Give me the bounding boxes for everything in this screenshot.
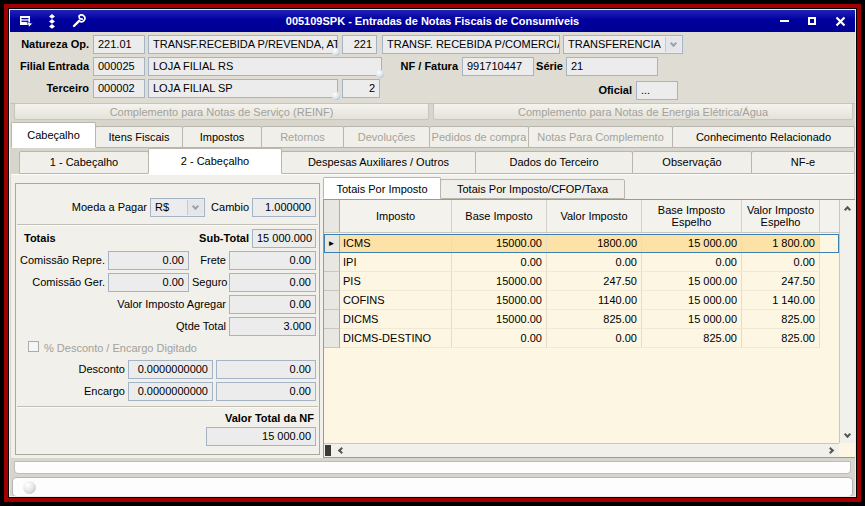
grid-cell[interactable]: 0.00	[547, 253, 642, 272]
grid-cell[interactable]: IPI	[340, 253, 452, 272]
natureza-group-code-field[interactable]: 221	[342, 35, 377, 54]
minimize-button[interactable]	[777, 14, 791, 28]
scroll-right-button[interactable]	[825, 444, 839, 457]
grid-cell[interactable]: ICMS	[340, 234, 452, 253]
grid-cell[interactable]: 825.00	[742, 310, 820, 329]
subtab-1-cabecalho[interactable]: 1 - Cabeçalho	[19, 151, 149, 174]
tipo-select[interactable]: TRANSFERENCIA	[563, 35, 683, 54]
tab-cabecalho[interactable]: Cabeçalho	[11, 122, 96, 148]
tab-conhecimento-relacionado[interactable]: Conhecimento Relacionado	[672, 126, 855, 148]
table-row[interactable]: DICMS-DESTINO 0.00 0.00 825.00 825.00	[324, 329, 839, 348]
table-row[interactable]: PIS 15000.00 247.50 15 000.00 247.50	[324, 272, 839, 291]
grid-cell[interactable]: 1800.00	[547, 234, 642, 253]
table-row[interactable]: COFINS 15000.00 1140.00 15 000.00 1 140.…	[324, 291, 839, 310]
grid-cell[interactable]: 0.00	[452, 253, 547, 272]
natureza-op-code-field[interactable]: 221.01	[93, 35, 145, 54]
column-header[interactable]: Base Imposto	[452, 200, 547, 232]
grid-cell[interactable]: 247.50	[742, 272, 820, 291]
encargo-pct-field[interactable]: 0.0000000000	[128, 382, 213, 401]
tab-totais-por-imposto[interactable]: Totais Por Imposto	[323, 177, 441, 199]
grid-cell[interactable]: 1140.00	[547, 291, 642, 310]
subtab-nfe[interactable]: NF-e	[751, 151, 855, 174]
tab-impostos[interactable]: Impostos	[182, 126, 262, 148]
tab-itens-fiscais[interactable]: Itens Fiscais	[95, 126, 183, 148]
column-header[interactable]: Valor Imposto Espelho	[742, 200, 820, 232]
lookup-bubble-icon	[376, 70, 384, 78]
close-button[interactable]	[833, 14, 847, 28]
nf-fatura-field[interactable]: 991710447	[462, 57, 534, 76]
grid-cell[interactable]: 825.00	[547, 310, 642, 329]
encargo-valor-field[interactable]: 0.00	[216, 382, 316, 401]
scroll-down-button[interactable]	[840, 428, 855, 443]
form-icon[interactable]	[16, 12, 36, 30]
grid-cell[interactable]: 15 000.00	[642, 291, 742, 310]
comissao-ger-field[interactable]: 0.00	[108, 273, 189, 292]
subtab-despesas-auxiliares[interactable]: Despesas Auxiliares / Outros	[281, 151, 476, 174]
terceiro-loja-field[interactable]: 2	[342, 79, 380, 98]
table-row[interactable]: ► ICMS 15000.00 1800.00 15 000.00 1 800.…	[324, 234, 839, 253]
grid-cell[interactable]: 15 000.00	[642, 234, 742, 253]
desconto-encargo-checkbox[interactable]	[28, 341, 39, 352]
totem-icon[interactable]	[42, 12, 62, 30]
frete-field[interactable]: 0.00	[229, 251, 316, 270]
filial-desc-field[interactable]: LOJA FILIAL RS	[148, 57, 382, 76]
subtotal-field[interactable]: 15 000.000	[252, 229, 316, 248]
column-header[interactable]: Valor Imposto	[547, 200, 642, 232]
table-row[interactable]: IPI 0.00 0.00 0.00 0.00	[324, 253, 839, 272]
maximize-button[interactable]	[805, 14, 819, 28]
wrench-icon[interactable]	[68, 12, 88, 30]
grid-cell[interactable]: 825.00	[742, 329, 820, 348]
grid-cell[interactable]: 247.50	[547, 272, 642, 291]
grid-cell[interactable]: 825.00	[642, 329, 742, 348]
qtde-total-field[interactable]: 3.000	[229, 317, 316, 336]
grid-cell[interactable]: 0.00	[642, 253, 742, 272]
subtab-dados-do-terceiro[interactable]: Dados do Terceiro	[475, 151, 633, 174]
cambio-field[interactable]: 1.000000	[252, 198, 316, 217]
grid-cell[interactable]: 15 000.00	[642, 310, 742, 329]
grid-cell[interactable]: 1 140.00	[742, 291, 820, 310]
comissao-repre-field[interactable]: 0.00	[108, 251, 189, 270]
grid-cell[interactable]: 0.00	[742, 253, 820, 272]
natureza-op-desc-field[interactable]: TRANSF.RECEBIDA P/REVENDA, ATIVO/C	[148, 35, 338, 54]
column-header[interactable]: Imposto	[340, 200, 452, 232]
grid-cell[interactable]: 15000.00	[452, 310, 547, 329]
scroll-up-button[interactable]	[840, 200, 855, 215]
horizontal-scrollbar-thumb[interactable]	[325, 445, 331, 456]
grid-cell[interactable]: 0.00	[452, 329, 547, 348]
grid-cell[interactable]: COFINS	[340, 291, 452, 310]
subtab-2-cabecalho[interactable]: 2 - Cabeçalho	[148, 148, 282, 174]
grid-cell[interactable]: PIS	[340, 272, 452, 291]
oficial-button[interactable]: ...	[636, 81, 678, 100]
desconto-valor-field[interactable]: 0.00	[216, 360, 316, 379]
desconto-pct-field[interactable]: 0.0000000000	[128, 360, 213, 379]
grid-cell[interactable]: 0.00	[547, 329, 642, 348]
grid-cell[interactable]: 15000.00	[452, 291, 547, 310]
grid-cell[interactable]: 15000.00	[452, 234, 547, 253]
vertical-scrollbar[interactable]	[839, 200, 855, 443]
filial-entrada-label: Filial Entrada	[10, 60, 89, 72]
serie-field[interactable]: 21	[566, 57, 658, 76]
valor-total-nf-field[interactable]: 15 000.00	[206, 427, 316, 446]
table-row[interactable]: DICMS 15000.00 825.00 15 000.00 825.00	[324, 310, 839, 329]
terceiro-code-field[interactable]: 000002	[93, 79, 145, 98]
column-header[interactable]: Base Imposto Espelho	[642, 200, 742, 232]
grid-cell[interactable]: DICMS	[340, 310, 452, 329]
grid-cell[interactable]: 1 800.00	[742, 234, 820, 253]
natureza-group-desc-field[interactable]: TRANSF. RECEBIDA P/COMERCIALIZA	[382, 35, 560, 54]
subtab-observacao[interactable]: Observação	[632, 151, 752, 174]
horizontal-scrollbar[interactable]	[324, 443, 839, 457]
terceiro-desc-field[interactable]: LOJA FILIAL SP	[148, 79, 338, 98]
filial-code-field[interactable]: 000025	[93, 57, 145, 76]
grid-cell[interactable]: 15 000.00	[642, 272, 742, 291]
lookup-bubble-icon	[332, 92, 340, 100]
valor-imposto-agregar-field[interactable]: 0.00	[229, 295, 316, 314]
seguro-field[interactable]: 0.00	[229, 273, 316, 292]
chevron-left-icon	[338, 447, 345, 454]
scroll-left-button[interactable]	[333, 444, 347, 457]
tab-totais-por-imposto-cfop-taxa[interactable]: Totais Por Imposto/CFOP/Taxa	[440, 179, 625, 199]
moeda-select[interactable]: R$	[150, 198, 205, 217]
grid-cell[interactable]: 15000.00	[452, 272, 547, 291]
tipo-select-arrow-button[interactable]	[665, 37, 681, 52]
grid-cell[interactable]: DICMS-DESTINO	[340, 329, 452, 348]
moeda-select-arrow-button[interactable]	[187, 200, 203, 215]
